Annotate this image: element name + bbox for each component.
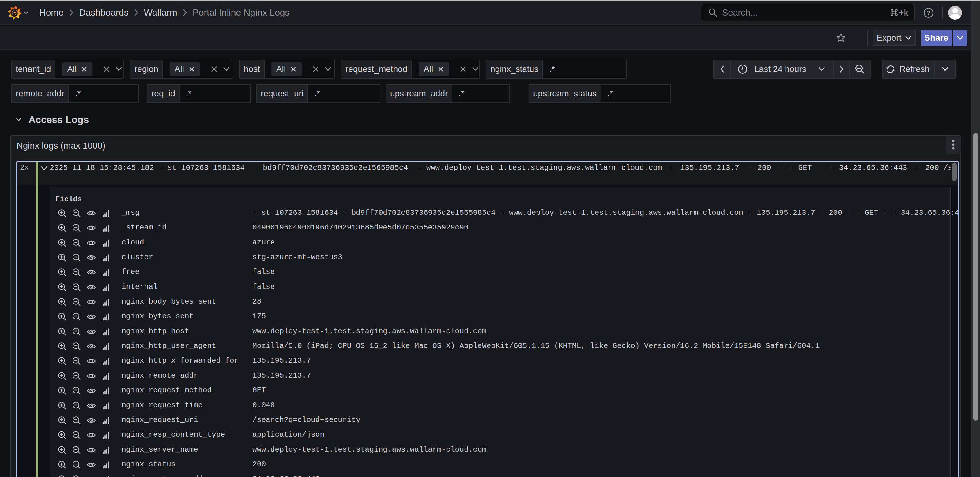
svg-text:?: ? <box>927 10 931 16</box>
